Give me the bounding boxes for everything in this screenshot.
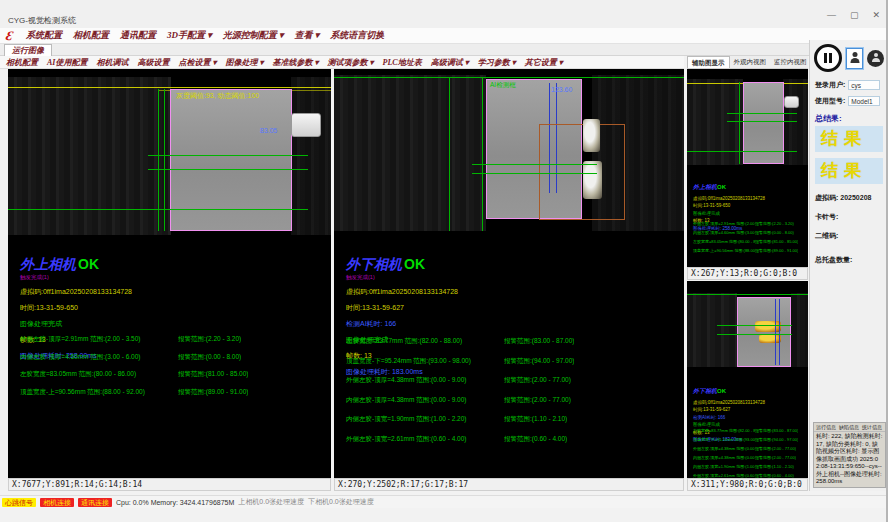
measure-text: 内侧左胶-顶宽=1.90mm 范围:(1.00 - 2.20) — [693, 464, 755, 469]
measure-text: 外侧左胶-顶厚=4.38mm 范围:(0.00 - 9.00) — [693, 446, 755, 451]
measurement-row: 左胶宽度=83.05mm 范围:(80.00 - 86.00)报警范围:(81.… — [20, 370, 248, 379]
alarm-range-text: 报警范围:(1.10 - 2.10) — [504, 415, 567, 424]
tool-advanced-settings[interactable]: 高级设置 — [137, 57, 169, 68]
mini-measurement-rows: 左胶宽度=83.77mm 范围:(82.00 - 88.00)报警范围:(83.… — [693, 428, 798, 478]
tool-image-processing[interactable]: 图像处理 ▾ — [225, 57, 263, 68]
mini-measurement-rows: 外侧左胶-顶厚=2.91mm 范围:(2.00 - 3.50)报警范围:(2.2… — [693, 221, 798, 257]
alarm-range-text: 报警范围:(1.10 - 2.10) — [755, 464, 794, 469]
thumbnail-tabs: 辅助图显示 外观内视图 监控内视图 — [687, 56, 808, 69]
barcode-label: 虚拟码:0ff1ima20250208133134728 — [693, 400, 765, 405]
measurement-row: 内侧左胶-顶宽=1.90mm 范围:(1.00 - 2.20)报警范围:(1.1… — [346, 415, 574, 424]
tool-plc-address[interactable]: PLC地址表 — [383, 57, 422, 68]
barcode-label: 虚拟码:0ff1ima20250208133134728 — [346, 287, 458, 297]
menu-item-light-config[interactable]: 光源控制配置 ▾ — [223, 29, 284, 42]
admin-user-button[interactable] — [867, 50, 884, 67]
tab-run-image[interactable]: 运行图像 — [4, 44, 52, 56]
camera-view-left[interactable]: 灰度阈值:93, 动态阈值:100 83.05 外上相机OK 触发完成(1) 虚… — [8, 69, 331, 478]
toolbar: 相机配置 AI使用配置 相机调试 高级设置 点检设置 ▾ 图像处理 ▾ 基准线参… — [0, 56, 684, 69]
login-user-value[interactable]: cys — [848, 80, 880, 90]
alarm-range-text: 报警范围:(2.20 - 3.20) — [755, 221, 794, 226]
measure-text: 外侧左胶-顶宽=2.61mm 范围:(0.60 - 4.00) — [346, 435, 504, 444]
tool-spot-check[interactable]: 点检设置 ▾ — [178, 57, 216, 68]
log-tab-defect[interactable]: 缺陷信息 — [839, 424, 859, 430]
measure-text: 内侧左胶-顶厚=4.38mm 范围:(0.00 - 9.00) — [693, 455, 755, 460]
tool-baseline-params[interactable]: 基准线参数 ▾ — [272, 57, 318, 68]
log-tab-run[interactable]: 运行信息 — [816, 424, 836, 430]
machinery-background — [687, 79, 743, 165]
thumbnail-view-bottom[interactable]: 外下相机OK 虚拟码:0ff1ima20250208133134728 时间:1… — [687, 281, 808, 478]
measure-text: 内侧左胶-顶宽=1.90mm 范围:(1.00 - 2.20) — [346, 415, 504, 424]
tool-ai-config[interactable]: AI使用配置 — [47, 57, 87, 68]
baseline-green — [687, 294, 808, 295]
maximize-button[interactable]: ▢ — [850, 10, 859, 20]
pause-button[interactable] — [814, 44, 842, 72]
menu-item-view[interactable]: 查看 ▾ — [295, 29, 320, 42]
measure-text: 外侧左胶-顶厚=4.38mm 范围:(0.00 - 9.00) — [346, 376, 504, 385]
alarm-range-text: 报警范围:(81.00 - 85.00) — [178, 370, 248, 379]
title-bar: CYG-视觉检测系统 — ▢ ✕ — [0, 0, 888, 28]
thumb-tab-outer-view[interactable]: 外观内视图 — [730, 56, 771, 68]
minimize-button[interactable]: — — [827, 10, 836, 20]
menu-item-3d-config[interactable]: 3D手配置 ▾ — [167, 29, 212, 42]
thumb-tab-monitor-view[interactable]: 监控内视图 — [770, 56, 811, 68]
close-button[interactable]: ✕ — [872, 10, 880, 20]
tool-camera-debug[interactable]: 相机调试 — [96, 57, 128, 68]
person-icon — [872, 50, 880, 62]
threshold-overlay-label: 灰度阈值:93, 动态阈值:100 — [176, 91, 259, 101]
measurement-row: 内侧左胶-顶宽=1.90mm 范围:(1.00 - 2.20)报警范围:(1.1… — [693, 464, 798, 469]
time-label: 时间:13-31-59-627 — [693, 407, 765, 412]
measurement-row: 左胶宽度=83.77mm 范围:(82.00 - 88.00)报警范围:(83.… — [693, 428, 798, 433]
measure-text: 内侧左胶-顶厚=4.38mm 范围:(0.00 - 9.00) — [346, 396, 504, 405]
menu-item-camera-config[interactable]: 相机配置 — [73, 29, 109, 42]
camera-view-middle[interactable]: AI检测框 123.60 外下相机OK 触发完成(1) 虚拟码:0ff1ima2… — [334, 69, 684, 478]
measurement-row: 外侧左胶-顶厚=4.38mm 范围:(0.00 - 9.00)报警范围:(2.0… — [693, 446, 798, 451]
tool-other-settings[interactable]: 其它设置 ▾ — [525, 57, 563, 68]
tool-test-params[interactable]: 测试项参数 ▾ — [328, 57, 374, 68]
connector-part — [291, 113, 321, 137]
measure-line-blue — [775, 299, 776, 365]
tool-learning-params[interactable]: 学习参数 ▾ — [478, 57, 516, 68]
baseline-green — [334, 77, 684, 78]
virtual-code-label: 虚拟码: 20250208 — [815, 193, 871, 203]
measure-text: 内侧左胶-顶厚=4.60mm 范围:(3.00 - 6.00) — [693, 230, 755, 235]
login-user-field: 登录用户: cys — [815, 80, 880, 90]
measurement-row: 顶盖宽度-上=90.56mm 范围:(88.00 - 92.00)报警范围:(8… — [20, 388, 248, 397]
product-roi-box — [737, 297, 791, 367]
detect-region-box — [539, 124, 625, 220]
ai-detect-label: AI检测框 — [490, 81, 516, 90]
alarm-range-text: 报警范围:(2.00 - 77.00) — [504, 376, 571, 385]
measure-text: 外侧左胶-顶厚=2.91mm 范围:(2.00 - 3.50) — [20, 335, 178, 344]
alarm-range-text: 报警范围:(2.00 - 77.00) — [755, 446, 796, 451]
camera-name-label: 外上相机 — [20, 257, 76, 272]
machinery-background — [687, 293, 737, 367]
measurement-row: 内侧左胶-顶厚=4.38mm 范围:(0.00 - 9.00)报警范围:(2.0… — [346, 396, 574, 405]
thumb-tab-aux-display[interactable]: 辅助图显示 — [687, 56, 730, 68]
person-icon — [850, 49, 859, 63]
tray-count-label: 总托盘数量: — [815, 255, 852, 265]
result-box-1: 结果 — [815, 126, 883, 152]
operator-login-button[interactable] — [846, 48, 863, 69]
measurement-rows-middle: 左胶宽度=83.77mm 范围:(82.00 - 88.00)报警范围:(83.… — [346, 337, 574, 454]
log-tab-stats[interactable]: 统计信息 — [862, 424, 882, 430]
menu-item-system-config[interactable]: 系统配置 — [26, 29, 62, 42]
alarm-range-text: 报警范围:(2.00 - 77.00) — [504, 396, 571, 405]
control-buttons: → — [814, 44, 888, 72]
thumbnail-view-top[interactable]: 外上相机OK 虚拟码:0ff1ima20250208133134728 时间:1… — [687, 69, 808, 267]
measure-text: 顶盖宽度-下=95.24mm 范围:(93.00 - 98.00) — [693, 437, 755, 442]
trigger-status-label: 触发完成(1) — [346, 274, 458, 281]
measure-text: 顶盖宽度-上=90.56mm 范围:(88.00 - 92.00) — [693, 248, 755, 253]
model-value[interactable]: Model1 — [848, 96, 880, 106]
tool-camera-config[interactable]: 相机配置 — [6, 57, 38, 68]
alarm-range-text: 报警范围:(83.00 - 87.00) — [504, 337, 574, 346]
ai-elapsed-label: 检测AI耗时: 166 — [346, 319, 458, 329]
result-ok-label: OK — [717, 184, 726, 190]
connector-part — [784, 96, 799, 108]
measure-text: 左胶宽度=83.77mm 范围:(82.00 - 88.00) — [693, 428, 755, 433]
pixel-coords-thumb-bottom: X:311;Y:980;R:0;G:0;B:0 — [687, 478, 808, 491]
result-ok-label: OK — [404, 256, 425, 272]
model-field: 使用型号: Model1 — [815, 96, 880, 106]
measure-line-horizontal — [472, 173, 597, 174]
menu-item-language-switch[interactable]: 系统语言切换 — [330, 29, 384, 42]
menu-item-comm-config[interactable]: 通讯配置 — [120, 29, 156, 42]
tool-advanced-debug[interactable]: 高级调试 ▾ — [431, 57, 469, 68]
